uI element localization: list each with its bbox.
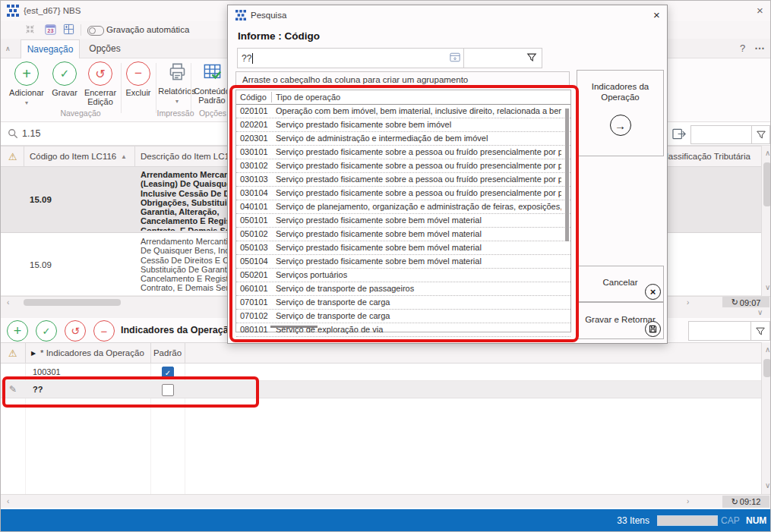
grid-empty-area [1,398,761,494]
dropdown-caret-icon: ▾ [175,98,179,105]
lookup-icon[interactable] [450,52,460,64]
minus-icon: − [101,325,108,338]
warning-icon: ⚠ [8,343,17,363]
dialog-filter-input[interactable] [463,48,542,68]
window-close-icon[interactable]: × [757,4,763,17]
autosave-label: Gravação automática [106,25,189,34]
column-header-padrao[interactable]: Padrão [150,343,185,363]
conteudo-padrao-button[interactable]: Conteúdo Padrão [193,61,231,105]
scroll-right-icon[interactable]: › [687,299,689,307]
indicadores-grid-header: ⚠ ▶ * Indicadores da Operação Padrão [1,342,761,364]
add-row-button[interactable]: + [7,320,28,342]
window-title: {est_d67} NBS [24,6,81,15]
refresh-timestamp[interactable]: ↻ 09:12 [722,496,769,508]
divider [24,146,24,166]
adicionar-button[interactable]: + Adicionar ▾ [7,61,46,106]
scroll-left-icon[interactable]: ‹ [7,498,9,505]
column-header-codigo[interactable]: Código do Item LC116 [30,146,116,166]
filter-funnel-icon[interactable] [526,52,537,64]
filter-funnel-icon[interactable] [751,125,770,144]
column-header-indicadores[interactable]: * Indicadores da Operação [40,343,144,363]
indicadores-filter-input[interactable] [688,321,758,341]
codigo-cell: 15.09 [30,260,52,269]
plus-icon: + [14,323,22,339]
encerrar-edicao-button[interactable]: ↺ Encerrar Edição [81,61,119,106]
grid-filter-input[interactable] [690,125,759,144]
scroll-up-icon[interactable]: ∧ [765,150,770,157]
undo-row-button[interactable]: ↺ [65,320,86,342]
calendar-icon[interactable]: 23 [45,24,56,36]
help-icon[interactable]: ? [740,42,745,54]
warning-icon: ⚠ [8,146,17,166]
arrow-right-circle-icon: → [610,115,631,136]
panel-title: Indicadores da Operação [121,325,234,335]
table-check-icon [193,61,231,84]
confirm-row-button[interactable]: ✓ [36,320,57,342]
caps-lock-indicator: CAP [721,515,740,526]
divider [25,398,26,494]
column-header-classificacao[interactable]: Classificação Tributária [660,146,750,166]
calculator-icon[interactable] [63,24,74,36]
refresh-icon: ↻ [732,497,738,507]
items-count: 33 Itens [601,515,649,526]
tab-opcoes[interactable]: Opções [81,39,128,58]
save-circle-icon [645,321,661,337]
divider [150,398,151,494]
collapse-panel-icon[interactable]: ∨ [757,309,763,316]
filter-funnel-icon[interactable] [750,321,770,341]
codigo-search-input[interactable]: ?? [237,48,465,68]
nbs-logo-icon [7,5,19,18]
ribbon-group-impressao: Impressão [153,109,198,118]
ribbon-collapse-icon[interactable]: ∧ [5,45,11,52]
scroll-down-icon[interactable]: ∨ [765,284,770,291]
export-icon[interactable] [672,127,687,142]
scroll-down-icon[interactable]: ∨ [765,482,770,490]
tab-navegacao[interactable]: Navegação [21,39,80,59]
grid-vertical-scrollbar[interactable]: ∧ ∨ [761,146,771,296]
column-header-descricao[interactable]: Descrição do Item LC116 [141,146,239,166]
scroll-right-icon[interactable]: › [687,498,689,505]
cancel-x-circle-icon: × [645,284,661,300]
progress-bar [657,515,718,526]
excluir-button[interactable]: − Excluir [122,61,154,97]
divider [191,63,191,113]
minus-circle-icon: − [126,61,150,86]
divider [156,63,156,113]
expand-arrow-icon: ▶ [31,343,36,363]
cancelar-button[interactable]: Cancelar × [577,266,664,302]
grid-horizontal-scrollbar[interactable]: ‹ › ↻ 09:12 [1,494,771,508]
nbs-main-window: {est_d67} NBS × 23 Gravação automática ∧… [0,0,771,532]
gravar-button[interactable]: ✓ Gravar [48,61,81,97]
autosave-toggle[interactable] [87,26,104,37]
undo-circle-icon: ↺ [88,61,112,86]
nbs-logo-icon [235,10,246,22]
undo-icon: ↺ [71,325,80,337]
dialog-prompt: Informe : Código [238,30,320,42]
remove-row-button[interactable]: − [93,320,115,342]
refresh-timestamp[interactable]: ↻ 09:07 [722,297,769,308]
collapse-arrows-icon[interactable] [25,24,35,36]
search-input[interactable]: 1.15 [22,128,40,139]
divider [185,343,185,363]
status-bar: 33 Itens CAP NUM [1,509,771,532]
dropdown-caret-icon: ▾ [25,99,28,106]
scrollbar-thumb[interactable] [763,359,771,377]
scroll-up-icon[interactable]: ∧ [765,346,770,354]
svg-text:23: 23 [47,27,53,34]
sort-asc-icon: ▲ [121,146,127,166]
gravar-e-retornar-button[interactable]: Gravar e Retornar [577,302,664,339]
plus-circle-icon: + [14,61,39,86]
dialog-close-icon[interactable]: × [653,8,660,21]
dialog-title: Pesquisa [251,11,286,20]
more-options-icon[interactable]: … [754,39,765,52]
scroll-left-icon[interactable]: ‹ [7,299,9,307]
codigo-cell: 15.09 [30,195,52,204]
ribbon-group-navegacao: Navegação [16,109,145,118]
check-icon: ✓ [43,326,51,337]
indicadores-da-operacao-button[interactable]: Indicadores da Operação → [577,70,664,156]
text-cursor [252,53,253,64]
scrollbar-thumb[interactable] [763,162,771,206]
divider [121,63,122,113]
scrollbar-thumb[interactable] [24,299,121,306]
grid-vertical-scrollbar[interactable]: ∧ ∨ [761,342,771,494]
